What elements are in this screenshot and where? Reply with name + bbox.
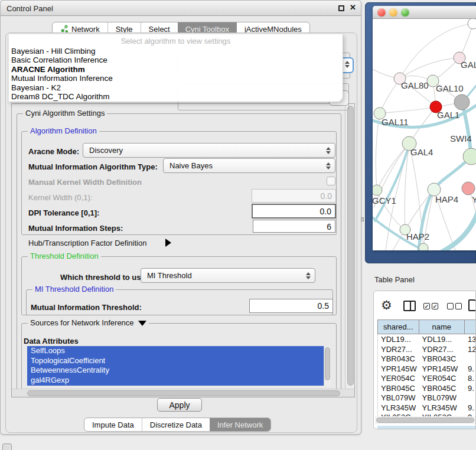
table-row[interactable]: YBR043C YBR043C — [378, 354, 476, 364]
settings-hscrollbar-thumb[interactable] — [27, 390, 340, 396]
table-row[interactable]: YBR045C YBR045C 9. — [378, 383, 476, 393]
tab-discretize-data[interactable]: Discretize Data — [142, 418, 210, 431]
collapse-arrow-down-icon[interactable] — [138, 321, 146, 326]
node-gray[interactable] — [454, 94, 470, 110]
label-gal10: GAL10 — [436, 83, 464, 93]
table-row[interactable]: YDL19... YDL19... 13 — [378, 334, 476, 344]
stepper-arrows-icon — [324, 162, 333, 169]
cell-name: YBR045C — [419, 383, 465, 393]
cell-shared: YPR145W — [378, 364, 419, 374]
deselect-all-checks-icon[interactable] — [447, 303, 462, 309]
which-threshold-label: Which threshold to use: — [60, 273, 148, 282]
attr-item-betweennesscentrality[interactable]: BetweennessCentrality — [27, 366, 324, 376]
dropdown-item-bayesian-hill-climbing[interactable]: Bayesian - Hill Climbing — [9, 47, 343, 56]
mac-minimize-button[interactable] — [389, 8, 397, 17]
tab-infer-network[interactable]: Infer Network — [210, 418, 270, 431]
table-row[interactable]: YPR145W YPR145W 9. — [378, 364, 476, 374]
manual-kernel-checkbox[interactable] — [327, 177, 335, 185]
attr-item-gal4rgexp[interactable]: gal4RGexp — [27, 376, 324, 386]
which-threshold-combo[interactable]: MI Threshold — [141, 268, 315, 283]
table-header-row: shared... name — [377, 319, 476, 334]
apply-button[interactable]: Apply — [157, 398, 202, 412]
dropdown-item-dream8[interactable]: Dream8 DC_TDC Algorithm — [9, 92, 343, 101]
cell-name: YBR043C — [419, 354, 465, 364]
cell-shared: YBR043C — [378, 354, 419, 364]
corner-dock-icon[interactable] — [2, 444, 12, 450]
kernel-width-field[interactable]: 0.0 — [252, 189, 336, 203]
label-y: Y — [472, 194, 476, 204]
cell-shared: YER054C — [378, 373, 419, 383]
table-row[interactable]: YDR27... YDR27... 12 — [378, 344, 476, 354]
settings-horizontal-scrollbar[interactable] — [12, 389, 355, 397]
float-panel-icon[interactable] — [338, 5, 344, 11]
cell-value: 9. — [465, 383, 476, 393]
split-columns-icon[interactable] — [403, 301, 416, 311]
table-horizontal-scrollbar[interactable] — [375, 416, 475, 424]
mi-type-label: Mutual Information Algorithm Type: — [28, 162, 158, 171]
dropdown-item-bayesian-k2[interactable]: Bayesian - K2 — [9, 83, 343, 92]
table-body[interactable]: YDL19... YDL19... 13 YDR27... YDR27... 1… — [377, 334, 476, 416]
hub-definition-expander-label[interactable]: Hub/Transcription Factor Definition — [28, 239, 146, 247]
mi-steps-field[interactable]: 6 — [253, 220, 335, 233]
tab-infer-network-label: Infer Network — [217, 420, 263, 429]
attributes-list-scrollbar[interactable] — [324, 346, 331, 386]
settings-vscrollbar-thumb[interactable] — [347, 106, 354, 386]
which-threshold-value: MI Threshold — [141, 271, 304, 280]
node-y[interactable] — [462, 182, 475, 195]
algorithm-definition-title: Algorithm Definition — [28, 126, 99, 135]
table-hscrollbar-thumb[interactable] — [376, 418, 474, 423]
cell-shared: YDL19... — [378, 334, 419, 344]
aracne-mode-combo[interactable]: Discovery — [83, 143, 335, 158]
mi-threshold-field[interactable]: 0.5 — [249, 299, 333, 313]
dropdown-item-basic-correlation[interactable]: Basic Correlation Inference — [9, 56, 343, 64]
mac-close-button[interactable] — [377, 8, 386, 17]
mi-type-combo[interactable]: Naive Bayes — [163, 158, 335, 173]
dropdown-item-aracne[interactable]: ARACNE Algorithm — [9, 65, 343, 74]
mi-type-value: Naive Bayes — [164, 161, 324, 170]
table-row[interactable]: YLR345W YLR345W 9. — [378, 403, 476, 413]
dropdown-item-mutual-information[interactable]: Mutual Information Inference — [9, 74, 343, 83]
table-panel-title: Table Panel — [374, 275, 415, 284]
column-header-shared-name[interactable]: shared... — [378, 320, 419, 334]
node-unlabeled-bottom[interactable] — [419, 243, 428, 250]
mac-zoom-button[interactable] — [401, 8, 409, 17]
label-gal1: GAL1 — [437, 110, 459, 120]
label-gal11: GAL11 — [382, 117, 409, 127]
mi-threshold-label: Mutual Information Threshold: — [31, 303, 142, 312]
document-icon[interactable] — [468, 299, 476, 311]
table-row[interactable]: YIL052C YIL052C 9 — [378, 412, 476, 416]
gear-icon[interactable]: ⚙ — [381, 298, 392, 312]
table-row[interactable]: YBL079W YBL079W — [378, 393, 476, 403]
cyni-algorithm-settings-title: Cyni Algorithm Settings — [23, 109, 107, 118]
table-row[interactable]: YER054C YER054C 8. — [378, 373, 476, 383]
dpi-tolerance-label: DPI Tolerance [0,1]: — [28, 208, 99, 217]
cyni-bottom-tabbar: Impute Data Discretize Data Infer Networ… — [84, 418, 271, 432]
attr-item-topologicalcoefficient[interactable]: TopologicalCoefficient — [27, 356, 324, 366]
tab-impute-data[interactable]: Impute Data — [84, 418, 142, 431]
attr-item-selfloops[interactable]: SelfLoops — [27, 346, 324, 356]
sources-title-text: Sources for Network Inference — [30, 318, 134, 327]
network-canvas[interactable]: GAL GAL80 GAL10 GAL1 GAL11 GAL4 SWI4 GCY… — [373, 19, 476, 250]
cell-value: 9 — [465, 412, 476, 416]
data-attributes-list[interactable]: SelfLoops TopologicalCoefficient Between… — [27, 346, 324, 386]
close-panel-icon[interactable]: ✕ — [350, 3, 356, 12]
manual-kernel-label: Manual Kernel Width Definition — [28, 178, 142, 187]
column-header-name[interactable]: name — [419, 320, 465, 334]
panel-divider-handle[interactable] — [361, 217, 364, 221]
label-swi4: SWI4 — [450, 133, 472, 144]
app-root: Control Panel ✕ Network Style Select — [0, 0, 476, 450]
sources-group-title: Sources for Network Inference — [28, 318, 149, 327]
mi-threshold-definition-title: MI Threshold Definition — [32, 285, 116, 294]
select-all-checks-icon[interactable]: ✓✓ — [423, 303, 438, 309]
network-window-titlebar[interactable] — [373, 6, 476, 19]
control-panel-titlebar[interactable]: Control Panel ✕ — [1, 1, 361, 16]
cell-shared: YIL052C — [378, 412, 419, 416]
node-gcy1[interactable] — [373, 185, 382, 195]
dpi-tolerance-field[interactable]: 0.0 — [252, 204, 336, 219]
column-header-clipped[interactable] — [465, 320, 476, 334]
algorithm-dropdown: Select algorithm to view settings Bayesi… — [9, 34, 343, 102]
settings-vertical-scrollbar[interactable] — [345, 104, 355, 389]
node-unlabeled-top[interactable] — [468, 19, 476, 29]
expander-arrow-right-icon[interactable] — [165, 239, 171, 247]
attributes-scrollbar-thumb[interactable] — [325, 347, 330, 380]
